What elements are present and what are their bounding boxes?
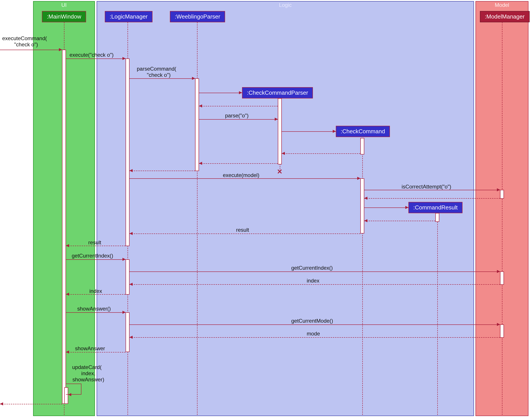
arrowhead bbox=[130, 336, 132, 339]
arrowhead bbox=[199, 105, 202, 107]
msg-mode-label: mode bbox=[307, 331, 320, 337]
arrowhead bbox=[364, 197, 367, 200]
region-model-title: Model bbox=[495, 2, 509, 8]
arrowhead bbox=[130, 232, 132, 235]
msg-result-2-arrow bbox=[66, 246, 126, 246]
participant-label: :LogicManager bbox=[110, 13, 147, 20]
arrowhead bbox=[130, 169, 132, 172]
msg-result-2-label: result bbox=[88, 240, 101, 246]
arrowhead bbox=[497, 323, 500, 326]
arrowhead bbox=[0, 402, 3, 405]
msg-create-parser-arrow bbox=[199, 93, 242, 93]
msg-parse-label: parse("o") bbox=[225, 113, 249, 119]
activation-check-cmd bbox=[360, 138, 364, 154]
arrowhead bbox=[333, 130, 336, 133]
return-create-result bbox=[364, 221, 435, 221]
participant-model-manager: :ModelManager bbox=[480, 11, 530, 22]
arrowhead bbox=[239, 91, 242, 94]
arrowhead bbox=[68, 393, 71, 396]
msg-result-1-label: result bbox=[236, 227, 249, 233]
msg-index-2-arrow bbox=[66, 294, 126, 295]
participant-check-cmd-parser: :CheckCommandParser bbox=[242, 87, 313, 98]
msg-get-index-2-arrow bbox=[130, 271, 500, 272]
lifeline-command-result bbox=[437, 213, 438, 415]
arrowhead bbox=[192, 77, 195, 80]
msg-update-card-label: updateCard( index, showAnswer) bbox=[70, 364, 104, 383]
activation-check-cmd-2 bbox=[360, 178, 364, 234]
participant-weeblingo-parser: :WeeblingoParser bbox=[170, 11, 225, 22]
activation-logic-mgr-2 bbox=[126, 259, 130, 295]
arrowhead bbox=[282, 152, 285, 155]
arrowhead bbox=[275, 118, 278, 121]
return-parse bbox=[199, 163, 278, 164]
activation-logic-mgr-3 bbox=[126, 312, 130, 352]
activation-model-mgr-3 bbox=[500, 324, 504, 338]
msg-index-1-arrow bbox=[130, 284, 500, 285]
arrowhead bbox=[66, 350, 69, 354]
msg-parse-command-label: parseCommand( "check o") bbox=[137, 66, 176, 78]
arrowhead bbox=[122, 311, 126, 314]
msg-execute-command-arrow bbox=[0, 50, 62, 50]
arrowhead bbox=[66, 244, 69, 247]
activation-main-window bbox=[62, 50, 66, 404]
msg-correct-attempt-label: isCorrectAttempt("o") bbox=[402, 184, 451, 190]
participant-check-command: :CheckCommand bbox=[336, 126, 390, 137]
arrowhead bbox=[357, 177, 360, 180]
return-parse-command bbox=[130, 171, 195, 171]
activation-cmd-result bbox=[435, 213, 439, 222]
arrowhead bbox=[199, 162, 202, 165]
participant-label: :CheckCommandParser bbox=[247, 89, 308, 96]
msg-show-answer-ret-label: showAnswer bbox=[75, 345, 105, 352]
msg-parse-arrow bbox=[199, 119, 278, 120]
msg-show-answer-ret-arrow bbox=[66, 352, 126, 352]
msg-execute-model-arrow bbox=[130, 178, 360, 179]
arrowhead bbox=[59, 48, 62, 51]
participant-logic-manager: :LogicManager bbox=[105, 11, 152, 22]
msg-correct-attempt-arrow bbox=[364, 190, 500, 190]
arrowhead bbox=[66, 293, 69, 296]
participant-label: :WeeblingoParser bbox=[175, 13, 220, 20]
msg-create-command-arrow bbox=[282, 131, 336, 132]
msg-parse-command-arrow bbox=[130, 78, 195, 79]
destroy-check-parser-icon: ✕ bbox=[277, 168, 282, 176]
region-ui-title: UI bbox=[61, 2, 67, 8]
msg-show-answer-arrow bbox=[66, 312, 126, 313]
arrowhead bbox=[497, 188, 500, 191]
return-correct-attempt bbox=[364, 198, 500, 199]
msg-get-index-2-label: getCurrentIndex() bbox=[291, 265, 333, 271]
msg-result-1-arrow bbox=[130, 234, 360, 234]
return-final bbox=[0, 404, 62, 404]
msg-index-1-label: index bbox=[307, 278, 319, 284]
activation-model-mgr-1 bbox=[500, 190, 504, 199]
activation-check-parser bbox=[278, 98, 282, 165]
participant-label: :MainWindow bbox=[47, 13, 81, 20]
arrowhead bbox=[364, 219, 367, 222]
participant-command-result: :CommandResult bbox=[408, 202, 462, 213]
arrowhead bbox=[122, 258, 126, 261]
participant-label: :CheckCommand bbox=[341, 128, 385, 135]
activation-logic-mgr-1 bbox=[126, 59, 130, 246]
msg-get-index-label: getCurrentIndex() bbox=[72, 253, 113, 259]
participant-main-window: :MainWindow bbox=[42, 11, 86, 22]
msg-execute-arrow bbox=[66, 59, 126, 59]
msg-show-answer-label: showAnswer() bbox=[77, 306, 111, 312]
participant-label: :CommandResult bbox=[413, 204, 458, 211]
msg-create-result-arrow bbox=[364, 208, 408, 208]
msg-execute-command-label: executeCommand( "check o") bbox=[2, 35, 47, 48]
arrowhead bbox=[497, 270, 500, 273]
msg-get-index-arrow bbox=[66, 259, 126, 260]
msg-execute-model-label: execute(model) bbox=[223, 172, 259, 178]
participant-label: :ModelManager bbox=[485, 13, 525, 20]
msg-mode-arrow bbox=[130, 337, 500, 338]
msg-get-mode-label: getCurrentMode() bbox=[291, 318, 333, 324]
arrowhead bbox=[122, 57, 126, 60]
msg-get-mode-arrow bbox=[130, 324, 500, 325]
region-logic-title: Logic bbox=[279, 2, 292, 8]
msg-execute-label: execute("check o") bbox=[70, 52, 114, 58]
arrowhead bbox=[130, 283, 132, 286]
arrowhead bbox=[405, 206, 408, 209]
return-create-parser bbox=[199, 106, 278, 106]
return-create-command bbox=[282, 153, 360, 154]
activation-weeblingo bbox=[195, 78, 199, 171]
lifeline-model-manager bbox=[502, 22, 502, 415]
